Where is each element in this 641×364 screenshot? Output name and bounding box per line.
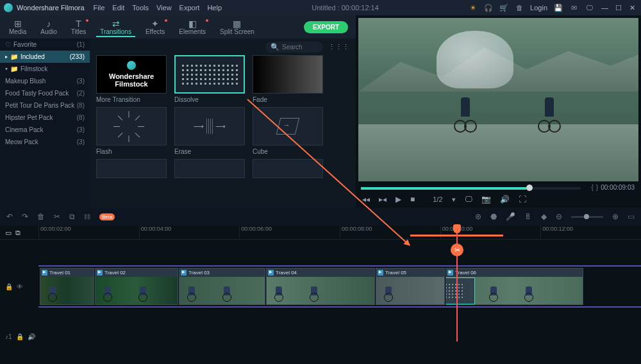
clip-travel-01[interactable]: Travel 01 xyxy=(40,268,94,305)
tab-effects[interactable]: ✦Effects xyxy=(139,18,171,37)
tab-audio[interactable]: ♪Audio xyxy=(34,18,63,37)
redo-icon[interactable]: ↷ xyxy=(22,212,28,221)
preview-video[interactable] xyxy=(358,18,638,181)
transition-erase[interactable]: ⟶⟶Erase xyxy=(174,107,245,155)
snapshot-icon[interactable]: 📷 xyxy=(481,195,491,204)
stop-button[interactable]: ■ xyxy=(410,195,415,204)
cut-icon[interactable]: ✂ xyxy=(54,212,60,221)
playhead[interactable]: ✂ xyxy=(456,226,458,342)
clip-travel-04[interactable]: Travel 04 xyxy=(266,268,375,305)
clip-travel-06[interactable]: Travel 06 xyxy=(445,268,583,305)
menu-view[interactable]: View xyxy=(156,4,172,12)
mixer-icon[interactable]: 🎚 xyxy=(524,212,532,221)
headphones-icon[interactable]: 🎧 xyxy=(484,3,493,12)
chevron-down-icon[interactable]: ▾ xyxy=(452,195,456,204)
track-mute-icon[interactable]: 🔊 xyxy=(28,333,35,340)
track-lock-icon[interactable]: 🔒 xyxy=(16,333,24,340)
audio-track-body[interactable] xyxy=(38,327,641,346)
tab-elements[interactable]: ◧Elements xyxy=(172,18,212,37)
transition-fade[interactable]: Fade xyxy=(253,55,323,103)
zoom-in-icon[interactable]: ⊕ xyxy=(612,212,619,221)
menu-tools[interactable]: Tools xyxy=(132,4,149,12)
audio-wave-icon[interactable]: ⫴⫴ xyxy=(84,212,90,221)
close-button[interactable]: ✕ xyxy=(629,4,637,12)
sidebar-item-included[interactable]: ▸📁Included(233) xyxy=(0,51,90,63)
save-icon[interactable]: 💾 xyxy=(554,3,563,12)
clip-travel-02[interactable]: Travel 02 xyxy=(95,268,178,305)
preview-progress[interactable] xyxy=(361,187,581,190)
minimize-button[interactable]: — xyxy=(601,4,609,12)
transition-more-1[interactable] xyxy=(174,159,245,178)
transition-dissolve[interactable]: Dissolve xyxy=(174,55,245,103)
magnet-icon[interactable]: ⧉ xyxy=(15,229,21,237)
export-button[interactable]: EXPORT xyxy=(304,21,348,33)
tab-splitscreen[interactable]: ▦Split Screen xyxy=(213,18,261,37)
volume-icon[interactable]: 🔊 xyxy=(500,195,510,204)
voiceover-icon[interactable]: 🎤 xyxy=(506,212,515,221)
trash-icon[interactable]: 🗑 xyxy=(515,3,524,12)
track-lock-icon[interactable]: 🔒 xyxy=(5,283,13,290)
display-icon[interactable]: 🖵 xyxy=(585,3,594,12)
split-scissors-icon[interactable]: ✂ xyxy=(451,244,463,256)
sidebar-item-meow-pack[interactable]: Meow Pack(3) xyxy=(0,136,90,148)
menu-export[interactable]: Export xyxy=(179,4,200,12)
zoom-fit-icon[interactable]: ▭ xyxy=(628,212,635,221)
transition-more-0[interactable] xyxy=(96,159,167,178)
sidebar-item-petit-tour-de-paris-pack[interactable]: Petit Tour De Paris Pack(8) xyxy=(0,99,90,112)
zoom-ratio[interactable]: 1/2 xyxy=(433,195,442,203)
app-name: Wondershare Filmora xyxy=(17,4,85,12)
beta-badge: Beta xyxy=(99,213,115,220)
step-back-button[interactable]: ▸◂ xyxy=(379,195,387,204)
transition-more-transition[interactable]: WondershareFilmstockMore Transition xyxy=(96,55,167,103)
preview-time: 00:00:09:03 xyxy=(601,184,635,191)
cart-icon[interactable]: 🛒 xyxy=(499,3,508,12)
delete-icon[interactable]: 🗑 xyxy=(37,212,45,221)
bracket-left-icon[interactable]: { xyxy=(591,184,593,191)
audio-track: ♪1 🔒 🔊 xyxy=(0,327,641,346)
sun-icon[interactable]: ☀ xyxy=(469,3,478,12)
copy-icon[interactable]: ⧉ xyxy=(69,212,75,221)
preview-quality-icon[interactable]: 🖵 xyxy=(465,195,472,204)
audio-track-label: ♪1 xyxy=(5,333,12,340)
search-box[interactable]: 🔍 xyxy=(265,42,323,53)
bracket-right-icon[interactable]: } xyxy=(596,184,598,191)
ruler-tick: 00:00:04:00 xyxy=(139,226,240,239)
track-visibility-icon[interactable]: 👁 xyxy=(17,283,23,290)
play-button[interactable]: ▶ xyxy=(395,195,401,204)
tab-media[interactable]: ⊞Media xyxy=(3,18,33,37)
video-track: 🔒 👁 Travel 01Travel 02Travel 03Travel 04… xyxy=(0,265,641,308)
sidebar-item-food-tasty-food-pack[interactable]: Food Tasty Food Pack(2) xyxy=(0,87,90,99)
clip-travel-05[interactable]: Travel 05 xyxy=(376,268,445,305)
project-title: Untitled : 00:00:12:14 xyxy=(222,4,469,12)
tab-titles[interactable]: TTitles xyxy=(65,18,93,37)
render-icon[interactable]: ⊛ xyxy=(475,212,481,221)
link-icon[interactable]: ▭ xyxy=(5,229,12,237)
login-link[interactable]: Login xyxy=(530,4,547,12)
ruler-tick: 00:00:02:00 xyxy=(38,226,139,239)
zoom-out-icon[interactable]: ⊖ xyxy=(556,212,562,221)
search-input[interactable] xyxy=(282,44,320,51)
menu-file[interactable]: File xyxy=(94,4,105,12)
sidebar-item-favorite[interactable]: ♡Favorite(1) xyxy=(0,38,90,51)
video-track-body[interactable]: Travel 01Travel 02Travel 03Travel 04Trav… xyxy=(38,265,641,308)
grid-view-icon[interactable]: ⋮⋮⋮ xyxy=(328,43,349,51)
sidebar-item-filmstock[interactable]: ▾📁Filmstock xyxy=(0,63,90,75)
clip-travel-03[interactable]: Travel 03 xyxy=(179,268,265,305)
sidebar-item-hipster-pet-pack[interactable]: Hipster Pet Pack(8) xyxy=(0,112,90,124)
sidebar-item-makeup-blush[interactable]: Makeup Blush(3) xyxy=(0,75,90,87)
maximize-button[interactable]: ☐ xyxy=(615,4,623,12)
keyframe-icon[interactable]: ◆ xyxy=(541,212,547,221)
menu-help[interactable]: Help xyxy=(207,4,222,12)
transition-flash[interactable]: Flash xyxy=(96,107,167,155)
timeline-ruler[interactable]: ▭ ⧉ 00:00:02:0000:00:04:0000:00:06:0000:… xyxy=(0,226,641,240)
fullscreen-icon[interactable]: ⛶ xyxy=(519,195,526,204)
applied-transition[interactable] xyxy=(445,277,475,304)
undo-icon[interactable]: ↶ xyxy=(6,212,13,221)
transition-more-2[interactable] xyxy=(253,159,323,178)
mail-icon[interactable]: ✉ xyxy=(569,3,578,12)
sidebar-item-cinema-pack[interactable]: Cinema Pack(3) xyxy=(0,124,90,136)
marker-icon[interactable]: ⬣ xyxy=(490,212,497,221)
zoom-slider[interactable] xyxy=(571,216,603,218)
tab-transitions[interactable]: ⇄Transitions xyxy=(94,18,138,37)
menu-edit[interactable]: Edit xyxy=(112,4,124,12)
